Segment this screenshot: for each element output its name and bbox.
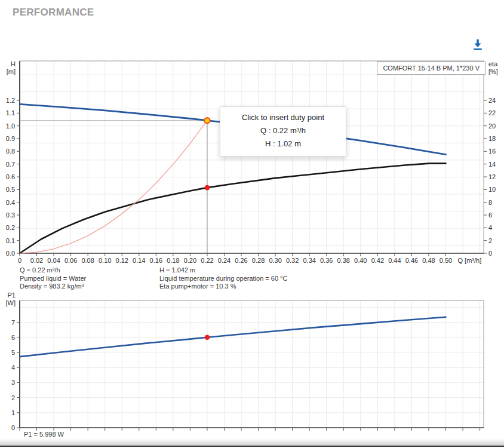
svg-text:0.22: 0.22: [201, 257, 213, 264]
svg-text:0.32: 0.32: [286, 257, 299, 264]
svg-text:0.0: 0.0: [6, 250, 15, 257]
svg-text:12: 12: [488, 173, 496, 180]
svg-text:0.7: 0.7: [6, 161, 15, 168]
svg-text:0.16: 0.16: [150, 257, 162, 264]
svg-text:Q [m³/h]: Q [m³/h]: [457, 257, 481, 264]
p1-readout: P1 = 5.998 W: [24, 431, 64, 438]
pump-legend: COMFORT 15-14 B PM, 1*230 V: [377, 62, 485, 75]
svg-text:P1: P1: [8, 291, 16, 299]
info-eta: Eta pump+motor = 10.3 %: [159, 283, 287, 291]
svg-text:2: 2: [11, 394, 15, 401]
svg-text:2: 2: [488, 237, 492, 244]
svg-text:24: 24: [488, 97, 496, 104]
section-divider-bar: [0, 446, 504, 447]
svg-text:8: 8: [488, 199, 492, 206]
section-divider-fade: [0, 439, 504, 446]
hq-chart-plot-area[interactable]: [20, 61, 484, 253]
operating-info-right: H = 1.042 m Liquid temperature during op…: [159, 266, 287, 291]
svg-text:0.26: 0.26: [235, 257, 247, 264]
svg-text:22: 22: [488, 109, 496, 116]
svg-text:0.38: 0.38: [337, 257, 350, 264]
svg-text:0.28: 0.28: [252, 257, 265, 264]
svg-text:0.6: 0.6: [6, 173, 15, 180]
svg-text:5: 5: [11, 349, 15, 356]
svg-text:0.34: 0.34: [303, 257, 315, 264]
svg-text:0.18: 0.18: [167, 257, 179, 264]
svg-text:0.06: 0.06: [64, 257, 77, 264]
svg-text:0.30: 0.30: [269, 257, 281, 264]
info-pumped-liquid: Pumped liquid = Water: [20, 275, 86, 283]
svg-text:[W]: [W]: [6, 299, 16, 306]
svg-text:0.3: 0.3: [6, 211, 15, 219]
svg-text:[m]: [m]: [7, 68, 16, 75]
svg-text:3: 3: [11, 379, 15, 386]
svg-text:eta: eta: [488, 60, 498, 67]
svg-text:0.46: 0.46: [405, 257, 418, 264]
svg-text:0: 0: [18, 257, 21, 264]
svg-text:14: 14: [488, 161, 496, 168]
svg-text:0.40: 0.40: [354, 257, 367, 264]
svg-text:0.12: 0.12: [116, 257, 128, 264]
svg-text:20: 20: [488, 122, 496, 130]
svg-text:16: 16: [488, 148, 496, 155]
svg-text:1.1: 1.1: [6, 109, 15, 116]
svg-text:0.20: 0.20: [184, 257, 196, 264]
info-h: H = 1.042 m: [159, 266, 287, 275]
svg-text:0.2: 0.2: [6, 224, 15, 231]
svg-text:0: 0: [488, 250, 492, 257]
svg-text:6: 6: [488, 211, 492, 219]
svg-text:4: 4: [11, 364, 15, 371]
info-q: Q = 0.22 m³/h: [20, 266, 86, 275]
svg-text:0.42: 0.42: [371, 257, 384, 264]
svg-text:4: 4: [488, 224, 492, 231]
svg-text:0.36: 0.36: [320, 257, 333, 264]
svg-text:[%]: [%]: [488, 68, 498, 75]
svg-text:0.50: 0.50: [440, 257, 452, 264]
p1-chart-plot-area[interactable]: [20, 300, 484, 428]
svg-text:0.02: 0.02: [30, 257, 43, 264]
info-liquid-temperature: Liquid temperature during operation = 60…: [159, 275, 287, 283]
svg-text:10: 10: [488, 186, 496, 193]
svg-text:18: 18: [488, 135, 496, 142]
svg-text:6: 6: [11, 334, 15, 341]
svg-text:0.10: 0.10: [99, 257, 111, 264]
svg-text:0.14: 0.14: [133, 257, 145, 264]
svg-text:7: 7: [11, 319, 15, 326]
svg-text:0.44: 0.44: [388, 257, 401, 264]
svg-text:0.5: 0.5: [6, 186, 15, 193]
svg-text:0.9: 0.9: [6, 135, 15, 142]
svg-text:1.2: 1.2: [6, 97, 15, 104]
svg-text:0.08: 0.08: [81, 257, 94, 264]
svg-text:0.04: 0.04: [47, 257, 60, 264]
svg-text:0.8: 0.8: [6, 148, 15, 155]
svg-text:0: 0: [11, 424, 15, 431]
svg-text:0.4: 0.4: [6, 199, 15, 206]
svg-text:1.0: 1.0: [6, 122, 15, 130]
svg-text:0.48: 0.48: [422, 257, 435, 264]
svg-text:0.24: 0.24: [218, 257, 231, 264]
info-density: Density = 983.2 kg/m³: [20, 283, 86, 291]
svg-text:H: H: [11, 60, 16, 67]
svg-text:0.1: 0.1: [6, 237, 15, 244]
svg-text:1: 1: [11, 409, 15, 416]
operating-info-left: Q = 0.22 m³/h Pumped liquid = Water Dens…: [20, 266, 86, 291]
